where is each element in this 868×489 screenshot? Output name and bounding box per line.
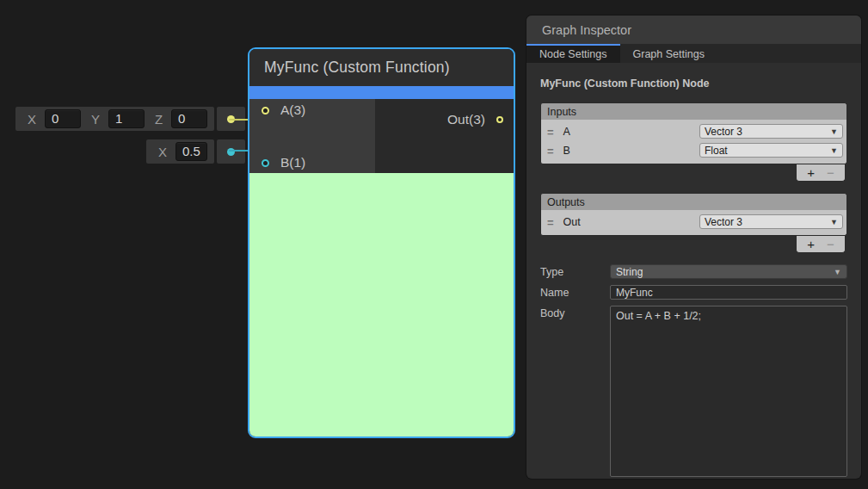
input-b-type-dropdown[interactable]: Float ▼ xyxy=(699,143,843,158)
name-label: Name xyxy=(540,285,610,299)
port-a-icon[interactable] xyxy=(262,107,269,115)
outputs-row-out[interactable]: = Out Vector 3 ▼ xyxy=(541,213,846,232)
inputs-list-header: Inputs xyxy=(540,102,847,120)
name-field[interactable]: MyFunc xyxy=(610,285,847,300)
float-value-widget: X 0.5 xyxy=(146,139,214,164)
inspector-tabbar: Node Settings Graph Settings xyxy=(526,44,861,63)
float-x-label: X xyxy=(158,145,167,159)
graph-inspector-panel: Graph Inspector Node Settings Graph Sett… xyxy=(526,15,861,479)
node-accent-bar xyxy=(249,86,514,99)
output-port-out[interactable]: Out(3) xyxy=(447,112,503,127)
inputs-row-b[interactable]: = B Float ▼ xyxy=(541,141,846,160)
type-dropdown[interactable]: String ▼ xyxy=(610,264,847,279)
body-textarea[interactable]: Out = A + B + 1/2; xyxy=(610,306,847,477)
input-b-type-value: Float xyxy=(705,145,728,157)
inspector-content: MyFunc (Custom Function) Node Inputs = A… xyxy=(526,63,861,479)
type-value: String xyxy=(616,266,643,278)
add-output-button[interactable]: + xyxy=(807,238,815,251)
input-a-name: A xyxy=(563,126,570,138)
float-x-field[interactable]: 0.5 xyxy=(175,142,207,161)
drag-handle-icon[interactable]: = xyxy=(547,216,553,229)
dropdown-arrow-icon: ▼ xyxy=(830,127,838,136)
node-port-area: A(3) B(1) Out(3) xyxy=(249,99,514,173)
custom-function-node[interactable]: MyFunc (Custom Function) A(3) B(1) Out(3… xyxy=(248,47,515,438)
vector3-z-label: Z xyxy=(155,112,163,127)
inspector-node-heading: MyFunc (Custom Function) Node xyxy=(540,77,847,90)
name-property-row: Name MyFunc xyxy=(540,285,847,300)
dropdown-arrow-icon: ▼ xyxy=(834,268,841,276)
vector3-y-field[interactable]: 1 xyxy=(108,109,145,128)
remove-input-button[interactable]: − xyxy=(827,166,834,179)
outputs-list: Outputs = Out Vector 3 ▼ + − xyxy=(540,193,847,253)
inputs-list: Inputs = A Vector 3 ▼ = B Flo xyxy=(540,102,847,182)
vector3-x-field[interactable]: 0 xyxy=(45,109,81,128)
node-title[interactable]: MyFunc (Custom Function) xyxy=(249,49,514,86)
float-output-dot-icon xyxy=(227,148,235,156)
input-a-type-value: Vector 3 xyxy=(705,126,742,138)
input-a-type-dropdown[interactable]: Vector 3 ▼ xyxy=(699,124,843,139)
body-property-row: Body Out = A + B + 1/2; xyxy=(540,306,847,477)
body-label: Body xyxy=(540,306,610,319)
add-input-button[interactable]: + xyxy=(807,166,815,179)
port-a-label: A(3) xyxy=(280,102,305,118)
input-port-b[interactable]: B(1) xyxy=(262,155,305,170)
drag-handle-icon[interactable]: = xyxy=(547,145,553,158)
type-label: Type xyxy=(540,264,610,278)
vector3-y-label: Y xyxy=(91,112,100,127)
node-input-column: A(3) B(1) xyxy=(249,99,375,173)
output-out-type-dropdown[interactable]: Vector 3 ▼ xyxy=(699,214,843,229)
tab-node-settings[interactable]: Node Settings xyxy=(526,44,620,63)
port-b-label: B(1) xyxy=(280,155,305,170)
node-output-column: Out(3) xyxy=(375,99,514,173)
dropdown-arrow-icon: ▼ xyxy=(830,146,838,155)
inputs-row-a[interactable]: = A Vector 3 ▼ xyxy=(541,122,846,141)
dropdown-arrow-icon: ▼ xyxy=(830,218,838,226)
drag-handle-icon[interactable]: = xyxy=(547,126,553,139)
input-b-name: B xyxy=(563,145,570,157)
outputs-list-body: = Out Vector 3 ▼ xyxy=(540,210,847,236)
outputs-list-footer: + − xyxy=(796,236,846,253)
node-preview xyxy=(249,173,514,436)
inputs-list-footer: + − xyxy=(796,164,846,182)
port-b-icon[interactable] xyxy=(262,159,269,167)
port-out-icon[interactable] xyxy=(496,116,503,123)
type-property-row: Type String ▼ xyxy=(540,264,847,279)
inputs-list-body: = A Vector 3 ▼ = B Float ▼ xyxy=(540,120,847,164)
float-output-connector[interactable] xyxy=(217,139,245,164)
graph-inspector-title[interactable]: Graph Inspector xyxy=(526,15,861,44)
vector3-z-field[interactable]: 0 xyxy=(171,109,207,128)
output-out-name: Out xyxy=(563,216,581,228)
outputs-list-header: Outputs xyxy=(540,193,847,210)
port-out-label: Out(3) xyxy=(447,112,485,127)
remove-output-button[interactable]: − xyxy=(827,238,834,251)
output-out-type-value: Vector 3 xyxy=(705,216,742,228)
shader-graph-canvas: X 0 Y 1 Z 0 X 0.5 MyFunc (Custom Functio… xyxy=(0,0,868,489)
vector3-value-widget: X 0 Y 1 Z 0 xyxy=(15,107,214,131)
vector3-x-label: X xyxy=(28,112,36,127)
tab-graph-settings[interactable]: Graph Settings xyxy=(620,44,717,63)
